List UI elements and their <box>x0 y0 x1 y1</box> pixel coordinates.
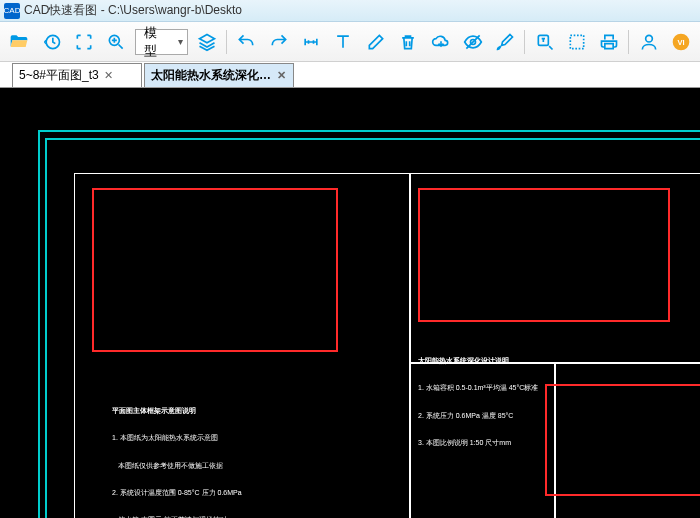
notes-line: 2. 系统设计温度范围 0-85°C 压力 0.6MPa <box>112 488 242 497</box>
vip-button[interactable]: VI <box>668 28 694 56</box>
zoom-button[interactable] <box>103 28 129 56</box>
tab-label: 5~8#平面图_t3 <box>19 67 99 84</box>
notes-title: 太阳能热水系统深化设计说明 <box>418 356 538 365</box>
notes-line: 2. 系统压力 0.6MPa 温度 85°C <box>418 411 538 420</box>
zoom-extents-button[interactable] <box>71 28 97 56</box>
delete-button[interactable] <box>395 28 421 56</box>
notes-line: 本图纸仅供参考使用不做施工依据 <box>112 461 242 470</box>
undo-button[interactable] <box>233 28 259 56</box>
tabbar: 5~8#平面图_t3 ✕ 太阳能热水系统深化… ✕ <box>0 62 700 88</box>
drawing-canvas[interactable]: 平面图主体框架示意图说明 1. 本图纸为太阳能热水系统示意图 本图纸仅供参考使用… <box>0 88 700 518</box>
redo-button[interactable] <box>266 28 292 56</box>
history-button[interactable] <box>38 28 64 56</box>
open-file-button[interactable] <box>6 28 32 56</box>
toolbar-divider <box>628 30 629 54</box>
visibility-button[interactable] <box>460 28 486 56</box>
toolbar-divider <box>524 30 525 54</box>
window-title: CAD快速看图 - C:\Users\wangr-b\Deskto <box>24 2 242 19</box>
measure-button[interactable] <box>298 28 324 56</box>
toolbar-divider <box>226 30 227 54</box>
svg-rect-4 <box>570 35 583 48</box>
export-button[interactable] <box>564 28 590 56</box>
eraser-button[interactable] <box>363 28 389 56</box>
highlight-rect-3 <box>545 384 700 496</box>
close-icon[interactable]: ✕ <box>103 70 115 82</box>
user-button[interactable] <box>635 28 661 56</box>
svg-text:VI: VI <box>677 38 684 47</box>
svg-point-5 <box>645 35 652 42</box>
tab-label: 太阳能热水系统深化… <box>151 67 271 84</box>
brush-button[interactable] <box>492 28 518 56</box>
find-text-button[interactable] <box>531 28 557 56</box>
drawing-notes-left: 平面图主体框架示意图说明 1. 本图纸为太阳能热水系统示意图 本图纸仅供参考使用… <box>112 388 242 518</box>
tab-solar-system[interactable]: 太阳能热水系统深化… ✕ <box>144 63 294 87</box>
print-button[interactable] <box>596 28 622 56</box>
app-icon: CAD <box>4 3 20 19</box>
drawing-notes-right: 太阳能热水系统深化设计说明 1. 水箱容积 0.5-0.1m³平均温 45°C标… <box>418 338 538 465</box>
highlight-rect-2 <box>418 188 670 322</box>
notes-line: 1. 水箱容积 0.5-0.1m³平均温 45°C标准 <box>418 383 538 392</box>
model-select-label: 模型 <box>144 24 168 60</box>
cloud-download-button[interactable] <box>427 28 453 56</box>
highlight-rect-1 <box>92 188 338 352</box>
close-icon[interactable]: ✕ <box>275 70 287 82</box>
notes-title: 平面图主体框架示意图说明 <box>112 406 242 415</box>
model-space-select[interactable]: 模型 <box>135 29 187 55</box>
tab-floorplan[interactable]: 5~8#平面图_t3 ✕ <box>12 63 142 87</box>
notes-line: 3. 本图比例说明 1:50 尺寸mm <box>418 438 538 447</box>
toolbar: 模型 VI <box>0 22 700 62</box>
text-button[interactable] <box>330 28 356 56</box>
notes-line: 1. 本图纸为太阳能热水系统示意图 <box>112 433 242 442</box>
titlebar: CAD CAD快速看图 - C:\Users\wangr-b\Deskto <box>0 0 700 22</box>
layers-button[interactable] <box>194 28 220 56</box>
